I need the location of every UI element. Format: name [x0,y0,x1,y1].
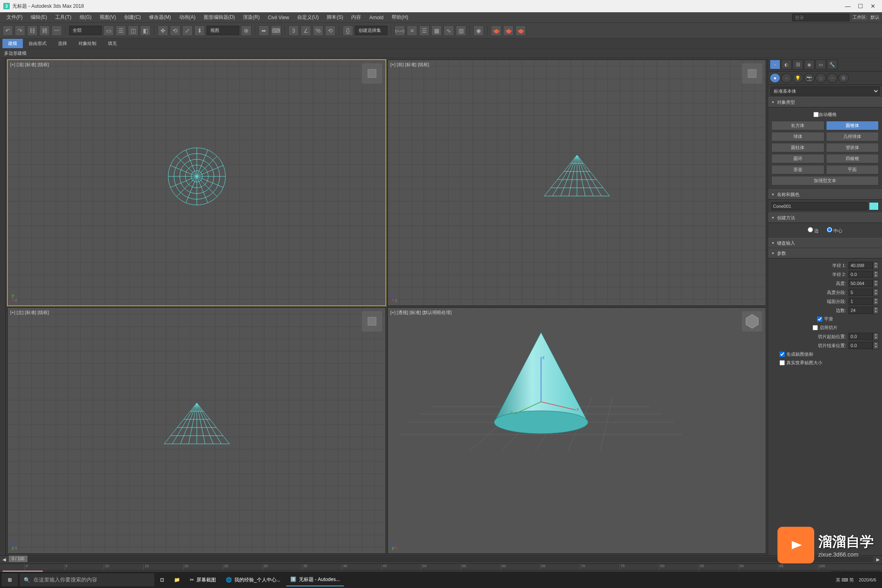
smooth-checkbox[interactable] [817,316,822,322]
taskbar-3dsmax[interactable]: 3️⃣ 无标题 - Autodes... [286,573,344,586]
undo-button[interactable]: ↶ [2,25,13,36]
bind-spacewarp-button[interactable]: 〰 [51,25,62,36]
render-frame-button[interactable]: 🫖 [503,25,514,36]
viewport-front-label[interactable]: [+] [前] [标准] [线框] [390,62,429,68]
placement-button[interactable]: ⬇ [194,25,205,36]
rollout-object-type[interactable]: 对象类型 [768,97,882,107]
primitive-5[interactable]: 管状体 [826,143,879,152]
material-editor-button[interactable]: ◉ [473,25,484,36]
menu-customize[interactable]: 自定义(U) [293,12,323,22]
scene-explorer-gutter[interactable] [0,58,6,555]
curve-editor-button[interactable]: ∿ [443,25,454,36]
menu-modifiers[interactable]: 修改器(M) [145,12,175,22]
taskbar-search[interactable]: 🔍 在这里输入你要搜索的内容 [20,573,154,586]
named-sel-set-button[interactable]: {} [343,25,353,36]
modify-panel-tab[interactable]: ◐ [781,60,792,69]
primitive-8[interactable]: 茶壶 [771,165,824,174]
radius2-input[interactable] [849,271,873,278]
ribbon-tab-freeform[interactable]: 自由形式 [23,39,52,48]
rollout-keyboard-entry[interactable]: 键盘输入 [768,238,882,248]
ribbon-panel-label[interactable]: 多边形建模 [4,50,27,56]
maximize-button[interactable]: ☐ [858,3,863,9]
workspace-value[interactable]: 默认 [871,14,880,20]
toggle-ribbon-button[interactable]: ▦ [431,25,442,36]
edge-radio[interactable]: 边 [808,227,819,234]
primitive-7[interactable]: 四棱锥 [826,154,879,163]
primitive-0[interactable]: 长方体 [771,121,824,130]
center-radio[interactable]: 中心 [827,227,842,234]
display-panel-tab[interactable]: ▭ [815,60,826,69]
realworld-checkbox[interactable] [780,360,785,365]
height-spinner[interactable]: ▲▼ [873,280,879,287]
redo-button[interactable]: ↷ [15,25,25,36]
minimize-button[interactable]: — [845,3,851,9]
viewport-front[interactable]: [+] [前] [标准] [线框] zx y [388,60,766,306]
geometry-category[interactable]: ● [770,73,780,83]
layer-explorer-button[interactable]: ☰ [419,25,430,36]
viewport-top[interactable]: [+] [顶] [标准] [线框] yx z [7,60,386,306]
schematic-view-button[interactable]: ▥ [456,25,466,36]
unlink-button[interactable]: ⛓̸ [39,25,50,36]
select-object-button[interactable]: ▭ [103,25,114,36]
frame-indicator[interactable]: 0 / 100 [9,556,27,562]
ribbon-tab-populate[interactable]: 填充 [102,39,122,48]
viewport-persp-label[interactable]: [+] [透视] [标准] [默认明暗处理] [390,310,452,316]
select-by-name-button[interactable]: ☰ [116,25,126,36]
window-crossing-button[interactable]: ◧ [140,25,151,36]
menu-graph-editors[interactable]: 图形编辑器(D) [200,12,239,22]
capsegs-spinner[interactable]: ▲▼ [873,298,879,305]
taskbar-screenshot[interactable]: ✂ 屏幕截图 [186,573,220,586]
radius1-input[interactable] [849,262,873,269]
primitive-2[interactable]: 球体 [771,132,824,141]
link-button[interactable]: ⛓ [27,25,38,36]
autogrid-checkbox[interactable] [813,112,819,117]
select-region-button[interactable]: ◫ [128,25,138,36]
menu-edit[interactable]: 编辑(E) [27,12,51,22]
object-color-swatch[interactable] [869,202,879,210]
radius2-spinner[interactable]: ▲▼ [873,271,879,278]
rotate-button[interactable]: ⟲ [170,25,180,36]
close-button[interactable]: ✕ [871,3,875,9]
viewport-left-label[interactable]: [+] [左] [标准] [线框] [10,310,49,316]
manipulate-button[interactable]: ⬌ [258,25,269,36]
menu-content[interactable]: 内容 [347,12,365,22]
hierarchy-panel-tab[interactable]: ⛓ [793,60,803,69]
menu-tools[interactable]: 工具(T) [51,12,75,22]
menu-rendering[interactable]: 渲染(R) [239,12,264,22]
render-setup-button[interactable]: 🫖 [491,25,501,36]
scale-button[interactable]: ⤢ [182,25,193,36]
percent-snap-button[interactable]: % [313,25,323,36]
systems-category[interactable]: ⚙ [838,73,849,83]
primitive-10[interactable]: 加强型文本 [771,176,879,185]
viewport-perspective[interactable]: [+] [透视] [标准] [默认明暗处理] z y [388,307,766,554]
rollout-creation-method[interactable]: 创建方法 [768,213,882,223]
keyboard-shortcut-button[interactable]: ⌨ [271,25,281,36]
selection-filter[interactable]: 全部 [69,26,102,35]
primitive-6[interactable]: 圆环 [771,154,824,163]
menu-create[interactable]: 创建(C) [120,12,145,22]
heightsegs-spinner[interactable]: ▲▼ [873,289,879,296]
menu-group[interactable]: 组(G) [76,12,96,22]
genuvs-checkbox[interactable] [780,352,785,357]
taskbar-explorer[interactable]: 📁 [170,573,184,586]
primitive-9[interactable]: 平面 [826,165,879,174]
primitive-4[interactable]: 圆柱体 [771,143,824,152]
render-button[interactable]: 🫖 [515,25,526,36]
time-ruler[interactable]: 0510152025303540455055606570758085909510… [0,564,882,570]
spinner-snap-button[interactable]: ⟲ [325,25,336,36]
snap-toggle-button[interactable]: 3 [288,25,299,36]
menu-scripting[interactable]: 脚本(S) [323,12,347,22]
shapes-category[interactable]: ○ [781,73,792,83]
height-input[interactable] [849,280,873,287]
helpers-category[interactable]: ◇ [815,73,826,83]
sides-input[interactable] [849,307,873,314]
menu-help[interactable]: 帮助(H) [388,12,412,22]
viewcube-front[interactable] [742,63,762,84]
start-button[interactable]: ⊞ [2,573,18,586]
menu-animation[interactable]: 动画(A) [175,12,200,22]
viewcube-left[interactable] [362,311,382,332]
create-panel-tab[interactable]: + [770,60,780,69]
spacewarps-category[interactable]: 〰 [827,73,837,83]
angle-snap-button[interactable]: ∠ [301,25,311,36]
taskbar-edge[interactable]: 🌐 我的经验_个人中心... [222,573,285,586]
